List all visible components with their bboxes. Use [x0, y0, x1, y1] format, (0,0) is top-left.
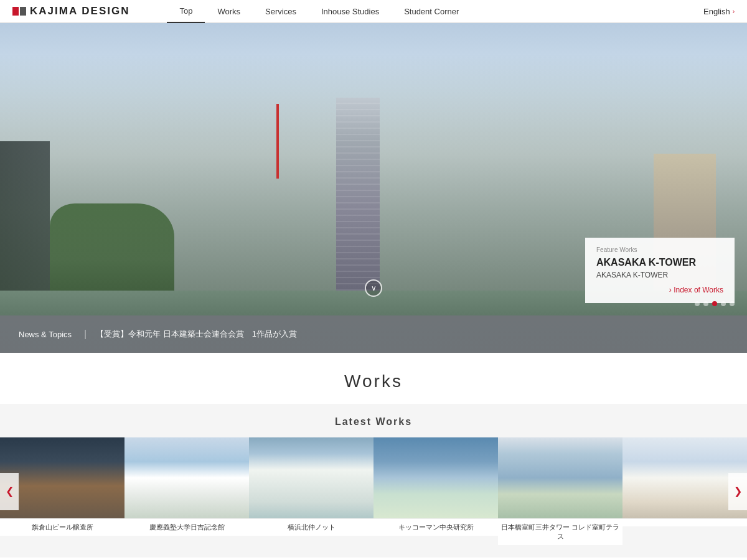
header: KAJIMA DESIGN Top Works Services Inhouse… — [0, 0, 747, 23]
work-label-3: 横浜北仲ノット — [249, 518, 374, 536]
nav-services[interactable]: Services — [253, 0, 309, 23]
feature-works-box: Feature Works AKASAKA K-TOWER AKASAKA K-… — [585, 238, 735, 303]
work-label-5: 日本橋室町三井タワー コレド室町テラス — [498, 518, 622, 545]
nav-works[interactable]: Works — [205, 0, 253, 23]
news-ticker: News & Topics | 【受賞】令和元年 日本建築士会連合会賞 1作品が… — [0, 315, 747, 353]
work-image-2 — [125, 437, 249, 518]
logo-icon — [12, 7, 26, 16]
nav-student[interactable]: Student Corner — [392, 0, 471, 23]
work-card-2[interactable]: 慶應義塾大学日吉記念館 — [125, 437, 249, 545]
main-nav: Top Works Services Inhouse Studies Stude… — [167, 0, 703, 23]
feature-title: AKASAKA K-TOWER — [596, 257, 723, 268]
dot-5[interactable] — [730, 301, 735, 306]
work-image-1 — [0, 437, 125, 518]
work-card-3[interactable]: 横浜北仲ノット — [249, 437, 374, 545]
work-label-2: 慶應義塾大学日吉記念館 — [125, 518, 249, 536]
dot-4[interactable] — [721, 301, 726, 306]
news-topics-label: News & Topics — [0, 330, 84, 339]
carousel-prev-btn[interactable]: ❮ — [0, 473, 19, 510]
works-carousel: ❮ 旗倉山ビール醸造所 慶應義塾大学日吉記念館 横浜北仲ノット キッコーマン中央… — [0, 437, 747, 545]
work-card-5[interactable]: 日本橋室町三井タワー コレド室町テラス — [498, 437, 622, 545]
latest-works-title: Latest Works — [0, 416, 747, 427]
carousel-next-btn[interactable]: ❯ — [728, 473, 747, 510]
scroll-indicator[interactable]: ∨ — [365, 279, 382, 297]
nav-inhouse[interactable]: Inhouse Studies — [309, 0, 392, 23]
work-label-6 — [622, 518, 747, 526]
feature-subtitle: AKASAKA K-TOWER — [596, 271, 723, 279]
work-image-3 — [249, 437, 374, 518]
logo-box-gray — [20, 7, 26, 16]
work-label-1: 旗倉山ビール醸造所 — [0, 518, 125, 536]
logo[interactable]: KAJIMA DESIGN — [12, 5, 129, 17]
scroll-arrow-icon: ∨ — [371, 284, 377, 292]
hero-section: Feature Works AKASAKA K-TOWER AKASAKA K-… — [0, 23, 747, 353]
language-arrow: › — [733, 8, 735, 15]
logo-text: KAJIMA DESIGN — [30, 5, 129, 17]
work-label-4: キッコーマン中央研究所 — [374, 518, 498, 536]
nav-top[interactable]: Top — [167, 0, 205, 23]
work-image-5 — [498, 437, 622, 518]
dot-2[interactable] — [703, 301, 708, 306]
crane — [276, 104, 279, 179]
news-divider: | — [84, 329, 87, 340]
works-section: Works — [0, 353, 747, 391]
carousel-dots — [695, 301, 735, 306]
works-grid: 旗倉山ビール醸造所 慶應義塾大学日吉記念館 横浜北仲ノット キッコーマン中央研究… — [0, 437, 747, 545]
language-label: English — [703, 7, 730, 16]
index-of-works-link[interactable]: › Index of Works — [596, 286, 723, 294]
latest-works-section: Latest Works ❮ 旗倉山ビール醸造所 慶應義塾大学日吉記念館 横浜北… — [0, 404, 747, 558]
feature-label: Feature Works — [596, 246, 723, 253]
dot-1[interactable] — [695, 301, 700, 306]
logo-box-red — [12, 7, 19, 16]
dot-3[interactable] — [712, 301, 717, 306]
language-switcher[interactable]: English › — [703, 7, 735, 16]
works-section-title: Works — [0, 371, 747, 391]
work-image-4 — [374, 437, 498, 518]
news-text[interactable]: 【受賞】令和元年 日本建築士会連合会賞 1作品が入賞 — [87, 329, 306, 340]
work-card-1[interactable]: 旗倉山ビール醸造所 — [0, 437, 125, 545]
work-card-4[interactable]: キッコーマン中央研究所 — [374, 437, 498, 545]
